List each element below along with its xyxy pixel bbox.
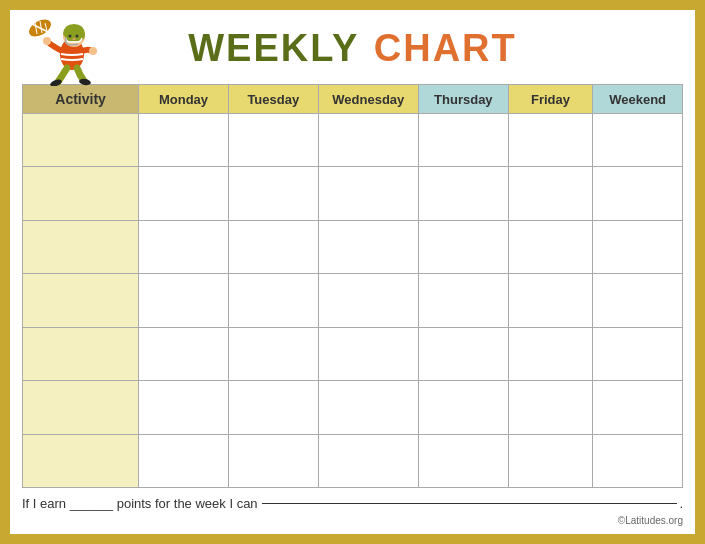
title-weekly: WEEKLY: [188, 27, 359, 69]
title: WEEKLY CHART: [188, 27, 517, 70]
title-chart: CHART: [374, 27, 517, 69]
football-player-icon: [22, 16, 112, 86]
activity-cell[interactable]: [23, 274, 139, 327]
activity-cell[interactable]: [23, 167, 139, 220]
activity-cell[interactable]: [23, 327, 139, 380]
day-cell[interactable]: [508, 381, 592, 434]
day-cell[interactable]: [508, 167, 592, 220]
day-cell[interactable]: [418, 167, 508, 220]
day-cell[interactable]: [228, 381, 318, 434]
outer-border: WEEKLY CHART Activity M: [0, 0, 705, 544]
day-cell[interactable]: [228, 274, 318, 327]
day-cell[interactable]: [418, 274, 508, 327]
day-cell[interactable]: [508, 274, 592, 327]
activity-header: Activity: [23, 85, 139, 114]
weekly-chart-table: Activity Monday Tuesday Wednesday Thursd…: [22, 84, 683, 488]
day-cell[interactable]: [318, 114, 418, 167]
day-cell[interactable]: [418, 434, 508, 487]
day-cell[interactable]: [418, 381, 508, 434]
inner-page: WEEKLY CHART Activity M: [10, 10, 695, 534]
day-cell[interactable]: [418, 114, 508, 167]
day-cell[interactable]: [508, 327, 592, 380]
activity-cell[interactable]: [23, 114, 139, 167]
table-row: [23, 167, 683, 220]
day-cell[interactable]: [139, 220, 229, 273]
tuesday-header: Tuesday: [228, 85, 318, 114]
svg-point-11: [89, 47, 97, 55]
activity-cell[interactable]: [23, 381, 139, 434]
table-row: [23, 274, 683, 327]
svg-point-8: [76, 35, 79, 38]
day-cell[interactable]: [418, 220, 508, 273]
table-row: [23, 114, 683, 167]
day-cell[interactable]: [593, 274, 683, 327]
table-row: [23, 220, 683, 273]
day-cell[interactable]: [228, 167, 318, 220]
footer-underline: [262, 503, 678, 504]
activity-cell[interactable]: [23, 220, 139, 273]
header-row: Activity Monday Tuesday Wednesday Thursd…: [23, 85, 683, 114]
day-cell[interactable]: [508, 114, 592, 167]
day-cell[interactable]: [139, 434, 229, 487]
day-cell[interactable]: [139, 114, 229, 167]
monday-header: Monday: [139, 85, 229, 114]
day-cell[interactable]: [593, 434, 683, 487]
wednesday-header: Wednesday: [318, 85, 418, 114]
day-cell[interactable]: [139, 327, 229, 380]
day-cell[interactable]: [593, 327, 683, 380]
day-cell[interactable]: [228, 220, 318, 273]
footer-text: If I earn ______ points for the week I c…: [22, 496, 258, 511]
day-cell[interactable]: [508, 434, 592, 487]
svg-point-7: [69, 35, 72, 38]
day-cell[interactable]: [593, 220, 683, 273]
day-cell[interactable]: [318, 167, 418, 220]
day-cell[interactable]: [318, 327, 418, 380]
day-cell[interactable]: [139, 381, 229, 434]
activity-cell[interactable]: [23, 434, 139, 487]
day-cell[interactable]: [593, 381, 683, 434]
table-row: [23, 434, 683, 487]
friday-header: Friday: [508, 85, 592, 114]
svg-point-10: [43, 37, 51, 45]
day-cell[interactable]: [508, 220, 592, 273]
svg-point-9: [73, 38, 76, 40]
day-cell[interactable]: [593, 167, 683, 220]
table-row: [23, 381, 683, 434]
thursday-header: Thursday: [418, 85, 508, 114]
day-cell[interactable]: [593, 114, 683, 167]
day-cell[interactable]: [418, 327, 508, 380]
footer: If I earn ______ points for the week I c…: [22, 496, 683, 526]
day-cell[interactable]: [139, 167, 229, 220]
chart-container: Activity Monday Tuesday Wednesday Thursd…: [22, 84, 683, 488]
day-cell[interactable]: [318, 381, 418, 434]
table-row: [23, 327, 683, 380]
day-cell[interactable]: [139, 274, 229, 327]
day-cell[interactable]: [318, 274, 418, 327]
day-cell[interactable]: [228, 114, 318, 167]
weekend-header: Weekend: [593, 85, 683, 114]
day-cell[interactable]: [318, 220, 418, 273]
title-row: WEEKLY CHART: [22, 18, 683, 78]
day-cell[interactable]: [228, 327, 318, 380]
copyright: ©Latitudes.org: [22, 515, 683, 526]
footer-line: If I earn ______ points for the week I c…: [22, 496, 683, 511]
day-cell[interactable]: [228, 434, 318, 487]
day-cell[interactable]: [318, 434, 418, 487]
